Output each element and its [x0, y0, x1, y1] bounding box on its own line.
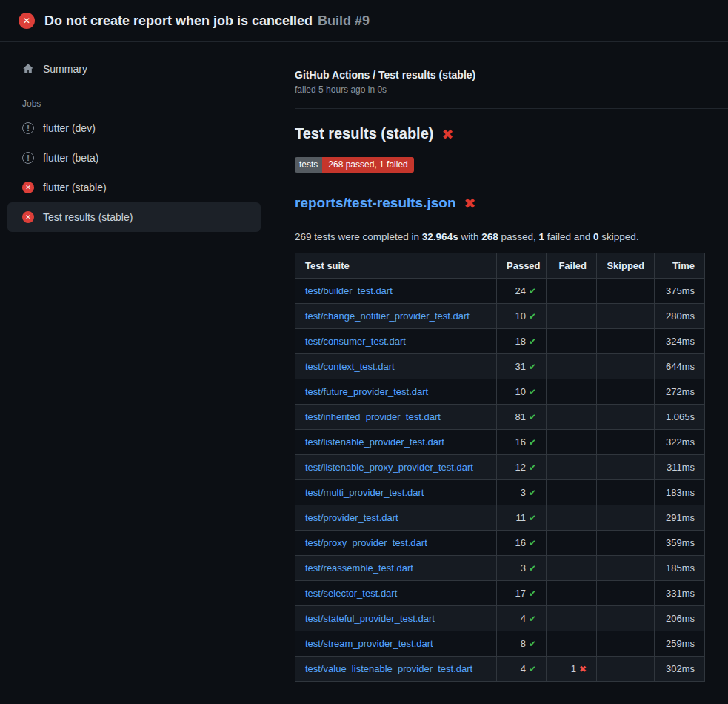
- check-icon: ✔: [529, 488, 536, 498]
- suite-link[interactable]: test/change_notifier_provider_test.dart: [305, 311, 470, 322]
- table-row: test/future_provider_test.dart 10✔ ✖ 272…: [295, 379, 705, 405]
- summary-failed: 1: [539, 231, 545, 242]
- home-icon: [22, 63, 34, 75]
- time-value: 324ms: [655, 329, 705, 354]
- summary-skipped: 0: [593, 231, 599, 242]
- table-row: test/stream_provider_test.dart 8✔ ✖ 259m…: [295, 631, 705, 657]
- skipped-count: [597, 329, 655, 354]
- time-value: 302ms: [655, 657, 705, 682]
- jobs-section-label: Jobs: [22, 99, 261, 109]
- summary-duration: 32.964s: [422, 231, 458, 242]
- report-link[interactable]: reports/test-results.json: [295, 195, 456, 211]
- failed-x-icon: ✖: [441, 126, 453, 142]
- skipped-count: [597, 657, 655, 682]
- check-icon: ✔: [529, 639, 536, 649]
- table-row: test/value_listenable_provider_test.dart…: [295, 657, 705, 682]
- suite-link[interactable]: test/selector_test.dart: [305, 588, 397, 599]
- suite-link[interactable]: test/value_listenable_provider_test.dart: [305, 663, 472, 674]
- sidebar-item-summary[interactable]: Summary: [7, 57, 261, 81]
- table-row: test/stateful_provider_test.dart 4✔ ✖ 20…: [295, 606, 705, 631]
- passed-count: 3: [521, 562, 526, 574]
- job-label: Test results (stable): [43, 211, 133, 223]
- col-failed: Failed: [547, 253, 597, 279]
- x-icon: ✖: [579, 664, 587, 674]
- table-row: test/builder_test.dart 24✔ ✖ 375ms: [295, 279, 705, 304]
- breadcrumb: GitHub Actions / Test results (stable): [295, 69, 728, 81]
- passed-count: 17: [515, 588, 525, 599]
- failed-x-icon: ✖: [464, 195, 476, 211]
- skipped-count: [597, 455, 655, 480]
- build-title-row: Do not create report when job is cancell…: [44, 13, 370, 29]
- badge-value: 268 passed, 1 failed: [322, 157, 413, 173]
- suite-link[interactable]: test/multi_provider_test.dart: [305, 487, 424, 498]
- page-layout: Summary Jobs ! flutter (dev) ! flutter (…: [0, 42, 728, 682]
- passed-count: 10: [515, 311, 525, 322]
- check-icon: ✔: [529, 437, 536, 448]
- suite-link[interactable]: test/context_test.dart: [305, 361, 395, 372]
- suite-link[interactable]: test/stream_provider_test.dart: [305, 638, 433, 649]
- passed-count: 4: [521, 663, 526, 674]
- suite-link[interactable]: test/provider_test.dart: [305, 512, 398, 523]
- check-icon: ✔: [529, 462, 536, 473]
- skipped-count: [597, 480, 655, 505]
- build-number: Build #9: [318, 13, 370, 28]
- job-neutral-icon: !: [22, 122, 34, 134]
- passed-count: 24: [515, 285, 525, 296]
- suite-link[interactable]: test/builder_test.dart: [305, 285, 393, 296]
- suite-link[interactable]: test/inherited_provider_test.dart: [305, 411, 441, 422]
- passed-count: 16: [515, 436, 525, 448]
- skipped-count: [597, 606, 655, 631]
- job-neutral-icon: !: [22, 152, 34, 164]
- suite-link[interactable]: test/proxy_provider_test.dart: [305, 537, 427, 548]
- check-icon: ✔: [529, 311, 536, 322]
- suite-link[interactable]: test/consumer_test.dart: [305, 336, 406, 347]
- suite-link[interactable]: test/future_provider_test.dart: [305, 386, 428, 397]
- status-line: failed 5 hours ago in 0s: [295, 84, 728, 95]
- skipped-count: [597, 430, 655, 455]
- time-value: 331ms: [655, 581, 705, 606]
- build-title: Do not create report when job is cancell…: [44, 13, 313, 28]
- build-header: ✕ Do not create report when job is cance…: [0, 0, 728, 42]
- main-content: GitHub Actions / Test results (stable) f…: [274, 42, 728, 682]
- check-icon: ✔: [529, 286, 536, 296]
- suite-link[interactable]: test/listenable_proxy_provider_test.dart: [305, 462, 473, 473]
- summary-text: passed,: [498, 231, 539, 242]
- check-icon: ✔: [529, 336, 536, 347]
- sidebar-item-flutter-dev[interactable]: ! flutter (dev): [7, 113, 261, 143]
- col-passed: Passed: [497, 253, 547, 279]
- passed-count: 4: [521, 613, 526, 624]
- skipped-count: [597, 581, 655, 606]
- check-icon: ✔: [529, 563, 536, 574]
- tests-badge: tests 268 passed, 1 failed: [295, 157, 414, 173]
- check-icon: ✔: [529, 664, 536, 674]
- skipped-count: [597, 631, 655, 657]
- time-value: 1.065s: [655, 405, 705, 430]
- job-label: flutter (dev): [43, 122, 96, 134]
- report-title: reports/test-results.json ✖: [295, 195, 728, 219]
- suite-link[interactable]: test/listenable_provider_test.dart: [305, 436, 444, 448]
- skipped-count: [597, 379, 655, 405]
- table-row: test/change_notifier_provider_test.dart …: [295, 304, 705, 329]
- job-failed-icon: ✕: [22, 211, 34, 223]
- col-test-suite: Test suite: [295, 253, 497, 279]
- time-value: 185ms: [655, 556, 705, 581]
- summary-passed: 268: [481, 231, 498, 242]
- sidebar-item-test-results-stable[interactable]: ✕ Test results (stable): [7, 202, 261, 232]
- table-row: test/context_test.dart 31✔ ✖ 644ms: [295, 354, 705, 379]
- passed-count: 11: [515, 512, 526, 523]
- table-row: test/reassemble_test.dart 3✔ ✖ 185ms: [295, 556, 705, 581]
- sidebar-item-flutter-beta[interactable]: ! flutter (beta): [7, 143, 261, 173]
- suite-link[interactable]: test/stateful_provider_test.dart: [305, 613, 435, 624]
- sidebar-item-flutter-stable[interactable]: ✕ flutter (stable): [7, 173, 261, 202]
- check-icon: ✔: [529, 588, 536, 599]
- table-header-row: Test suite Passed Failed Skipped Time: [295, 253, 705, 279]
- skipped-count: [597, 405, 655, 430]
- time-value: 322ms: [655, 430, 705, 455]
- passed-count: 81: [515, 411, 525, 422]
- jobs-list: ! flutter (dev) ! flutter (beta) ✕ flutt…: [7, 113, 261, 232]
- check-icon: ✔: [529, 362, 536, 372]
- passed-count: 12: [515, 462, 525, 473]
- passed-count: 10: [515, 386, 525, 397]
- suite-link[interactable]: test/reassemble_test.dart: [305, 562, 413, 574]
- table-row: test/listenable_proxy_provider_test.dart…: [295, 455, 705, 480]
